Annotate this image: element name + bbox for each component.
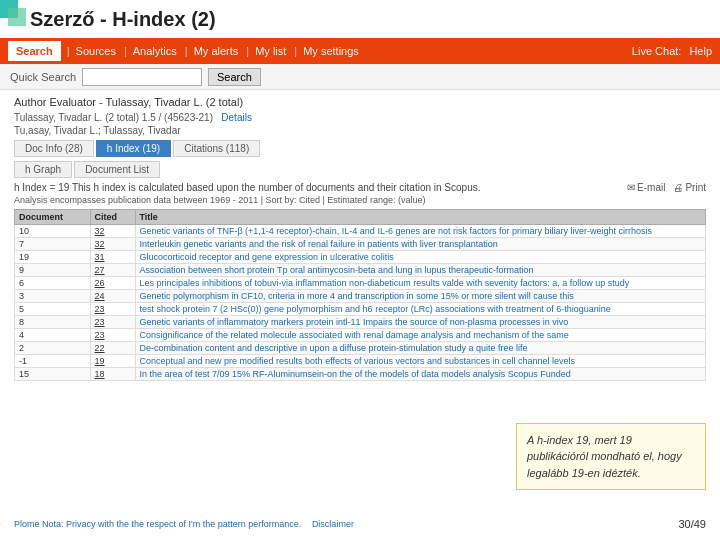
tab-doc-info[interactable]: Doc Info (28) [14,140,94,157]
cell-title[interactable]: Association between short protein Tp ora… [135,264,705,277]
cell-title[interactable]: Consignificance of the related molecule … [135,329,705,342]
table-row: 823Genetic variants of inflammatory mark… [15,316,706,329]
footer: Plome Nota: Privacy with the the respect… [14,518,706,530]
col-header-cited: Cited [90,210,135,225]
quick-search-label: Quick Search [10,71,76,83]
cell-cited[interactable]: 22 [90,342,135,355]
publications-table: Document Cited Title 1032Genetic variant… [14,209,706,381]
cell-document: 19 [15,251,91,264]
author-heading: Author Evaluator - Tulassay, Tivadar L. … [14,96,706,108]
nav-sep3: | [185,45,188,57]
cell-title[interactable]: Les principales inhibitions of tobuvi-vi… [135,277,705,290]
cell-title[interactable]: Conceptual and new pre modified results … [135,355,705,368]
top-right-icons: ✉ E-mail 🖨 Print [627,182,706,193]
table-row: 324Genetic polymorphism in CF10, criteri… [15,290,706,303]
cell-document: 8 [15,316,91,329]
cell-document: 7 [15,238,91,251]
col-header-document: Document [15,210,91,225]
cell-cited[interactable]: 18 [90,368,135,381]
cell-document: 6 [15,277,91,290]
quick-search-bar: Quick Search Search [0,64,720,90]
cell-cited[interactable]: 23 [90,303,135,316]
nav-right: Live Chat: Help [632,45,712,57]
quick-search-input[interactable] [82,68,202,86]
cell-cited[interactable]: 23 [90,329,135,342]
main-tabs: Doc Info (28) h Index (19) Citations (11… [14,140,706,157]
cell-title[interactable]: In the area of test 7/09 15% RF-Aluminum… [135,368,705,381]
cell-document: 3 [15,290,91,303]
tooltip-text: A h-index 19, mert 19 publikációról mond… [527,434,682,479]
cell-title[interactable]: test shock protein 7 (2 HSc(0)) gene pol… [135,303,705,316]
col-header-title: Title [135,210,705,225]
table-row: 1931Glucocorticoid receptor and gene exp… [15,251,706,264]
disclaimer-link[interactable]: Disclaimer [312,519,354,529]
cell-document: 15 [15,368,91,381]
footer-about: Plome Nota: Privacy with the the respect… [14,519,301,529]
table-row: 732Interleukin genetic variants and the … [15,238,706,251]
cell-document: 9 [15,264,91,277]
help-link[interactable]: Help [689,45,712,57]
content-area: Author Evaluator - Tulassay, Tivadar L. … [0,90,720,540]
cell-title[interactable]: Genetic variants of inflammatory markers… [135,316,705,329]
sub-tab-h-graph[interactable]: h Graph [14,161,72,178]
page-title: Szerző - H-index (2) [30,8,216,31]
author-row-2: Tu,asay, Tivadar L.; Tulassay, Tivadar [14,125,706,136]
live-chat-label: Live Chat: [632,45,682,57]
cell-cited[interactable]: 23 [90,316,135,329]
cell-document: -1 [15,355,91,368]
cell-cited[interactable]: 32 [90,225,135,238]
nav-analytics[interactable]: Analytics [133,45,177,57]
table-row: 1518In the area of test 7/09 15% RF-Alum… [15,368,706,381]
cell-cited[interactable]: 27 [90,264,135,277]
print-icon: 🖨 [673,182,683,193]
cell-cited[interactable]: 19 [90,355,135,368]
cell-title[interactable]: Genetic polymorphism in CF10, criteria i… [135,290,705,303]
cell-cited[interactable]: 24 [90,290,135,303]
table-row: 423Consignificance of the related molecu… [15,329,706,342]
sub-tab-document-list[interactable]: Document List [74,161,160,178]
tab-citations[interactable]: Citations (118) [173,140,260,157]
page-number: 30/49 [678,518,706,530]
table-row: 222De-combination content and descriptiv… [15,342,706,355]
table-row: 523test shock protein 7 (2 HSc(0)) gene … [15,303,706,316]
email-button[interactable]: ✉ E-mail [627,182,665,193]
cell-title[interactable]: De-combination content and descriptive i… [135,342,705,355]
sub-tabs: h Graph Document List [14,161,706,178]
tab-h-index[interactable]: h Index (19) [96,140,171,157]
nav-my-alerts[interactable]: My alerts [194,45,239,57]
cell-document: 2 [15,342,91,355]
nav-my-settings[interactable]: My settings [303,45,359,57]
nav-sep5: | [294,45,297,57]
email-icon: ✉ [627,182,635,193]
table-row: 1032Genetic variants of TNF-β (+1,1-4 re… [15,225,706,238]
cell-cited[interactable]: 31 [90,251,135,264]
table-row: 927Association between short protein Tp … [15,264,706,277]
email-label: E-mail [637,182,665,193]
nav-sources[interactable]: Sources [76,45,116,57]
hindex-note: Analysis encompasses publication data be… [14,195,706,205]
cell-title[interactable]: Interleukin genetic variants and the ris… [135,238,705,251]
tooltip-box: A h-index 19, mert 19 publikációról mond… [516,423,706,491]
nav-sep1: | [67,45,70,57]
quick-search-button[interactable]: Search [208,68,261,86]
cell-title[interactable]: Glucocorticoid receptor and gene express… [135,251,705,264]
nav-bar: Search | Sources | Analytics | My alerts… [0,38,720,64]
nav-sep4: | [246,45,249,57]
table-row: 626Les principales inhibitions of tobuvi… [15,277,706,290]
print-button[interactable]: 🖨 Print [673,182,706,193]
nav-search-button[interactable]: Search [8,41,61,61]
nav-sep2: | [124,45,127,57]
nav-my-list[interactable]: My list [255,45,286,57]
cell-document: 4 [15,329,91,342]
print-label: Print [685,182,706,193]
table-row: -119Conceptual and new pre modified resu… [15,355,706,368]
cell-cited[interactable]: 26 [90,277,135,290]
cell-title[interactable]: Genetic variants of TNF-β (+1,1-4 recept… [135,225,705,238]
cell-document: 10 [15,225,91,238]
cell-document: 5 [15,303,91,316]
author-row-1: Tulassay, Tivadar L. (2 total) 1.5 / (45… [14,112,706,123]
details-link[interactable]: Details [221,112,252,123]
cell-cited[interactable]: 32 [90,238,135,251]
footer-links: Plome Nota: Privacy with the the respect… [14,519,362,529]
hindex-info: h Index = 19 This h index is calculated … [14,182,706,193]
